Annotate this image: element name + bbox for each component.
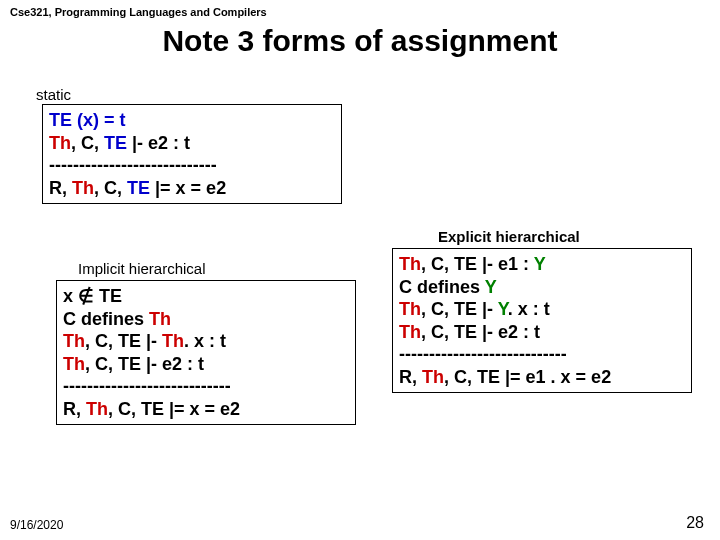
txt: Y xyxy=(534,254,546,274)
label-explicit: Explicit hierarchical xyxy=(438,228,580,245)
txt: TE (x) = t xyxy=(49,110,126,130)
txt: TE xyxy=(104,133,127,153)
txt: |- e2 : t xyxy=(127,133,190,153)
txt: Th xyxy=(162,331,184,351)
separator: ---------------------------- xyxy=(399,343,685,366)
txt: , C, TE |= e1 . x = e2 xyxy=(444,367,611,387)
txt: Th xyxy=(63,354,85,374)
box-implicit: x ∉ TE C defines Th Th, C, TE |- Th. x :… xyxy=(56,280,356,425)
txt: , C, TE |- e2 : t xyxy=(85,354,204,374)
txt: Th xyxy=(399,322,421,342)
txt: , C, TE |= x = e2 xyxy=(108,399,240,419)
txt: , C, TE |- e2 : t xyxy=(421,322,540,342)
txt: , C, TE |- xyxy=(85,331,162,351)
txt: . x : t xyxy=(184,331,226,351)
txt: , C, TE |- e1 : xyxy=(421,254,534,274)
txt: TE xyxy=(127,178,150,198)
separator: ---------------------------- xyxy=(49,154,335,177)
txt: x ∉ TE xyxy=(63,285,349,308)
txt: Y xyxy=(485,277,497,297)
box-explicit: Th, C, TE |- e1 : Y C defines Y Th, C, T… xyxy=(392,248,692,393)
txt: |= x = e2 xyxy=(150,178,226,198)
txt: R, xyxy=(49,178,72,198)
label-implicit: Implicit hierarchical xyxy=(78,260,206,277)
footer-date: 9/16/2020 xyxy=(10,518,63,532)
box-static: TE (x) = t Th, C, TE |- e2 : t ---------… xyxy=(42,104,342,204)
txt: Th xyxy=(49,133,71,153)
txt: Th xyxy=(422,367,444,387)
txt: C defines xyxy=(399,277,485,297)
label-static: static xyxy=(36,86,71,103)
txt: Th xyxy=(399,299,421,319)
page-title: Note 3 forms of assignment xyxy=(0,24,720,58)
txt: Th xyxy=(86,399,108,419)
separator: ---------------------------- xyxy=(63,375,349,398)
txt: , C, xyxy=(94,178,127,198)
txt: . x : t xyxy=(508,299,550,319)
txt: , C, TE |- xyxy=(421,299,498,319)
txt: Th xyxy=(399,254,421,274)
txt: Th xyxy=(72,178,94,198)
txt: R, xyxy=(399,367,422,387)
txt: R, xyxy=(63,399,86,419)
txt: Y xyxy=(498,299,508,319)
txt: , C, xyxy=(71,133,104,153)
txt: Th xyxy=(63,331,85,351)
footer-page: 28 xyxy=(686,514,704,532)
txt: Th xyxy=(149,309,171,329)
txt: C defines xyxy=(63,309,149,329)
course-header: Cse321, Programming Languages and Compil… xyxy=(10,6,267,18)
